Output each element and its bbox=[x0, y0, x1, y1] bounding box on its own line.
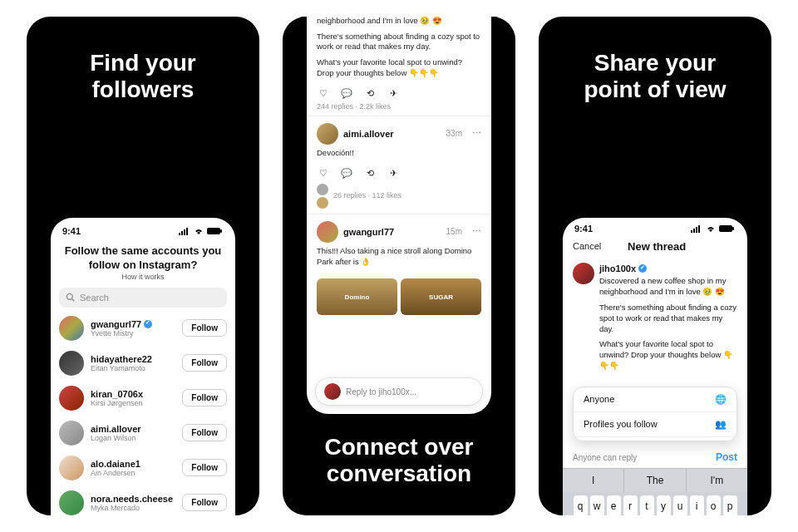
fullname: Kirsi Jørgensen bbox=[91, 399, 175, 407]
username: gwangurl77 bbox=[91, 319, 141, 329]
suggestion[interactable]: I'm bbox=[687, 469, 747, 492]
like-icon[interactable]: ♡ bbox=[317, 167, 330, 180]
headline-connect: Connect overconversation bbox=[283, 434, 515, 487]
key[interactable]: y bbox=[657, 495, 671, 515]
post-body: Devoción!! bbox=[317, 145, 481, 165]
avatar bbox=[59, 490, 84, 515]
keyboard-suggestions: I The I'm bbox=[563, 468, 747, 492]
post-image[interactable]: Domino bbox=[317, 278, 397, 315]
like-icon[interactable]: ♡ bbox=[317, 87, 330, 101]
compose-username: jiho100x bbox=[599, 263, 636, 275]
key[interactable]: w bbox=[590, 495, 604, 515]
follow-button[interactable]: Follow bbox=[182, 319, 227, 337]
thread-post[interactable]: jiho100x2h⋯ Discovered a new coffee shop… bbox=[307, 17, 491, 116]
fullname: Myka Mercado bbox=[91, 504, 175, 512]
follow-button[interactable]: Follow bbox=[182, 424, 227, 441]
svg-rect-13 bbox=[732, 227, 734, 230]
promo-card-share: Share yourpoint of view 9:41 Cancel New … bbox=[539, 17, 771, 515]
user-row[interactable]: hidayathere22Eitan YamamotoFollow bbox=[51, 346, 235, 381]
username: hidayathere22 bbox=[91, 354, 152, 364]
fullname: Ain Andersen bbox=[91, 469, 175, 477]
post-actions: ♡ 💬 ⟲ ✈ bbox=[317, 86, 481, 101]
key[interactable]: e bbox=[607, 495, 621, 515]
avatar bbox=[317, 123, 338, 145]
username: kiran_0706x bbox=[91, 389, 143, 399]
svg-rect-8 bbox=[691, 230, 692, 233]
page-title: New thread bbox=[628, 240, 686, 253]
repost-icon[interactable]: ⟲ bbox=[363, 167, 377, 180]
headline-share: Share yourpoint of view bbox=[584, 50, 726, 103]
username: alo.daiane1 bbox=[91, 459, 140, 469]
reply-input[interactable]: Reply to jiho100x... bbox=[315, 377, 483, 406]
key[interactable]: o bbox=[707, 495, 721, 515]
post-time: 15m bbox=[446, 227, 462, 236]
key[interactable]: r bbox=[623, 495, 638, 515]
how-it-works-link[interactable]: How it works bbox=[51, 273, 235, 281]
wifi-icon bbox=[193, 227, 204, 235]
avatar bbox=[59, 456, 84, 480]
post-body: Discovered a new coffee shop in my neigh… bbox=[317, 17, 481, 86]
follow-button[interactable]: Follow bbox=[182, 389, 227, 406]
more-icon[interactable]: ⋯ bbox=[467, 226, 481, 237]
status-bar: 9:41 bbox=[563, 218, 747, 237]
reply-scope-label[interactable]: Anyone can reply bbox=[573, 453, 637, 462]
compose-area[interactable]: jiho100x Discovered a new coffee shop in… bbox=[563, 256, 747, 383]
svg-line-7 bbox=[72, 299, 75, 302]
verified-icon bbox=[638, 264, 647, 273]
fullname: Logan Wilson bbox=[91, 434, 175, 442]
svg-rect-4 bbox=[207, 228, 220, 234]
post-image[interactable]: SUGAR bbox=[401, 278, 481, 315]
verified-icon bbox=[144, 320, 152, 328]
thread-post[interactable]: aimi.allover33m⋯ Devoción!! ♡💬⟲✈ 26 repl… bbox=[307, 116, 491, 214]
search-input[interactable]: Search bbox=[59, 288, 227, 308]
follow-button[interactable]: Follow bbox=[182, 494, 227, 511]
repost-icon[interactable]: ⟲ bbox=[363, 87, 377, 101]
search-placeholder: Search bbox=[80, 293, 109, 303]
key[interactable]: i bbox=[690, 495, 704, 515]
wifi-icon bbox=[705, 224, 717, 233]
username: aimi.allover bbox=[91, 424, 141, 434]
user-row[interactable]: kiran_0706xKirsi JørgensenFollow bbox=[51, 381, 235, 416]
user-row[interactable]: gwangurl77Yvette MistryFollow bbox=[51, 311, 235, 346]
thread-post[interactable]: gwangurl7715m⋯ This!!! Also taking a nic… bbox=[307, 214, 491, 319]
fullname: Eitan Yamamoto bbox=[91, 364, 175, 372]
user-row[interactable]: aimi.alloverLogan WilsonFollow bbox=[51, 416, 235, 451]
follow-prompt-title: Follow the same accounts you follow on I… bbox=[51, 241, 235, 273]
svg-rect-10 bbox=[696, 227, 697, 233]
audience-option-mentioned[interactable]: Mentioned only@ bbox=[574, 437, 736, 441]
suggestion[interactable]: I bbox=[563, 469, 624, 492]
status-bar: 9:41 bbox=[51, 218, 235, 241]
user-list: gwangurl77Yvette MistryFollow hidayather… bbox=[51, 311, 235, 515]
share-icon[interactable]: ✈ bbox=[387, 87, 400, 101]
post-image-strip[interactable]: Domino SUGAR bbox=[317, 278, 481, 315]
audience-option-following[interactable]: Profiles you follow👥 bbox=[574, 412, 736, 437]
key[interactable]: p bbox=[723, 495, 737, 515]
share-icon[interactable]: ✈ bbox=[387, 167, 400, 180]
comment-icon[interactable]: 💬 bbox=[340, 167, 353, 180]
suggestion[interactable]: The bbox=[624, 469, 686, 492]
cancel-button[interactable]: Cancel bbox=[573, 241, 601, 251]
key[interactable]: t bbox=[640, 495, 654, 515]
avatar bbox=[59, 316, 84, 341]
post-button[interactable]: Post bbox=[716, 451, 737, 463]
audience-menu: Anyone🌐 Profiles you follow👥 Mentioned o… bbox=[573, 387, 737, 441]
promo-card-connect: jiho100x2h⋯ Discovered a new coffee shop… bbox=[283, 17, 515, 515]
comment-icon[interactable]: 💬 bbox=[340, 87, 353, 101]
promo-card-followers: Find yourfollowers 9:41 Follow the same … bbox=[27, 17, 259, 515]
post-stats[interactable]: 26 replies · 112 likes bbox=[333, 190, 401, 201]
key[interactable]: q bbox=[574, 495, 588, 515]
post-stats[interactable]: 244 replies · 2.2k likes bbox=[317, 101, 481, 112]
audience-option-anyone[interactable]: Anyone🌐 bbox=[574, 387, 736, 412]
more-icon[interactable]: ⋯ bbox=[467, 128, 481, 139]
svg-rect-2 bbox=[184, 229, 185, 235]
follow-button[interactable]: Follow bbox=[182, 354, 227, 372]
key[interactable]: u bbox=[673, 495, 687, 515]
keyboard: qwertyuiop asdfghjkl ⇧ zxcvbnm ⌫ 123 😊 s… bbox=[563, 492, 747, 515]
user-row[interactable]: nora.needs.cheeseMyka MercadoFollow bbox=[51, 485, 235, 515]
svg-rect-11 bbox=[698, 225, 700, 233]
user-row[interactable]: alo.daiane1Ain AndersenFollow bbox=[51, 451, 235, 485]
post-bar: Anyone can reply Post bbox=[563, 446, 747, 468]
signal-icon bbox=[179, 227, 190, 235]
follow-button[interactable]: Follow bbox=[182, 459, 227, 476]
svg-rect-3 bbox=[186, 228, 188, 235]
